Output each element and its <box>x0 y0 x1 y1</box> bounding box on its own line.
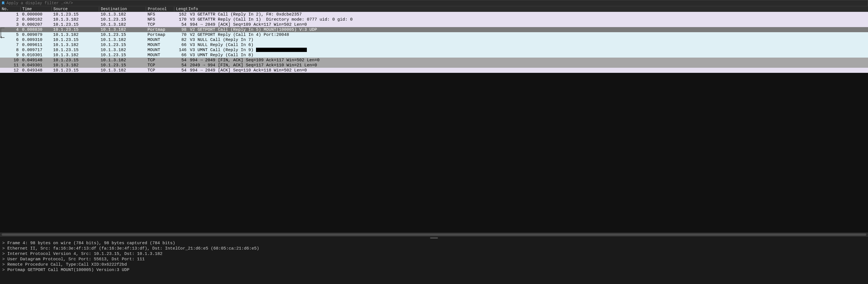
cell-dst: 10.1.3.182 <box>99 38 146 42</box>
display-filter-bar[interactable] <box>0 0 868 6</box>
packet-row[interactable]: 120.04934810.1.23.1510.1.3.182TCP54994 →… <box>0 68 868 73</box>
packet-row[interactable]: 40.00883010.1.23.1510.1.3.182Portmap98V2… <box>0 27 868 32</box>
cell-proto: TCP <box>146 63 174 68</box>
pane-splitter[interactable] <box>0 237 868 239</box>
chevron-right-icon[interactable]: > <box>2 257 5 262</box>
packet-row[interactable]: 60.00931010.1.23.1510.1.3.182MOUNT82V3 N… <box>0 37 868 42</box>
splitter-grip-icon <box>430 238 438 239</box>
cell-no: 11 <box>0 63 20 68</box>
chevron-right-icon[interactable]: > <box>2 262 5 267</box>
packet-row[interactable]: 110.04930110.1.3.18210.1.23.15TCP542049 … <box>0 63 868 68</box>
tree-label: Remote Procedure Call, Type:Call XID:0x6… <box>7 262 127 267</box>
chevron-right-icon[interactable]: > <box>2 268 5 273</box>
col-header-no[interactable]: No. <box>0 7 20 11</box>
tree-row[interactable]: >Portmap GETPORT Call MOUNT(100005) Vers… <box>0 268 868 273</box>
tree-row[interactable]: >Ethernet II, Src: fa:16:3e:4f:13:df (fa… <box>0 246 868 251</box>
tree-row[interactable]: >Frame 4: 98 bytes on wire (784 bits), 9… <box>0 241 868 246</box>
packet-list-body[interactable]: 10.00000010.1.23.1510.1.3.182NFS162V3 GE… <box>0 12 868 73</box>
packet-row[interactable]: 20.00018210.1.3.18210.1.23.15NFS170V3 GE… <box>0 17 868 22</box>
cell-time: 0.009079 <box>20 32 52 37</box>
packet-row[interactable]: 100.04914810.1.23.1510.1.3.182TCP54994 →… <box>0 58 868 63</box>
cell-no: 7 <box>0 43 20 47</box>
packet-row[interactable]: 70.00961110.1.3.18210.1.23.15MOUNT66V3 N… <box>0 42 868 47</box>
tree-label: Internet Protocol Version 4, Src: 10.1.2… <box>7 252 162 256</box>
cell-info: 994 → 2049 [ACK] Seq=109 Ack=117 Win=502… <box>188 22 868 27</box>
cell-time: 0.009717 <box>20 48 52 52</box>
cell-time: 0.000207 <box>20 22 52 27</box>
cell-time: 0.049148 <box>20 58 52 63</box>
cell-time: 0.010301 <box>20 53 52 58</box>
packet-row[interactable]: 80.00971710.1.23.1510.1.3.182MOUNT146V3 … <box>0 47 868 52</box>
cell-info: V2 GETPORT Reply (Call In 4) Port:20048 <box>188 32 868 37</box>
cell-len: 82 <box>174 38 188 42</box>
tree-label: Ethernet II, Src: fa:16:3e:4f:13:df (fa:… <box>7 246 259 251</box>
cell-proto: TCP <box>146 22 174 27</box>
cell-dst: 10.1.23.15 <box>99 63 146 68</box>
cell-len: 170 <box>174 17 188 22</box>
cell-dst: 10.1.23.15 <box>99 32 146 37</box>
cell-dst: 10.1.23.15 <box>99 43 146 47</box>
cell-src: 10.1.23.15 <box>52 68 99 73</box>
cell-time: 0.049301 <box>20 63 52 68</box>
packet-details-pane[interactable]: >Frame 4: 98 bytes on wire (784 bits), 9… <box>0 239 868 284</box>
tree-label: Frame 4: 98 bytes on wire (784 bits), 98… <box>7 241 175 246</box>
packet-list-header[interactable]: No. Time Source Destination Protocol Len… <box>0 6 868 12</box>
tree-row[interactable]: >Remote Procedure Call, Type:Call XID:0x… <box>0 262 868 268</box>
cell-src: 10.1.23.15 <box>52 22 99 27</box>
cell-info: V3 NULL Call (Reply In 7) <box>188 38 868 42</box>
col-header-time[interactable]: Time <box>20 7 52 11</box>
cell-proto: MOUNT <box>146 53 174 58</box>
cell-src: 10.1.3.182 <box>52 63 99 68</box>
cell-info: 2049 → 994 [FIN, ACK] Seq=117 Ack=110 Wi… <box>188 63 868 68</box>
wireshark-window: No. Time Source Destination Protocol Len… <box>0 0 868 284</box>
cell-len: 162 <box>174 12 188 17</box>
scrollbar-thumb[interactable] <box>2 234 866 236</box>
display-filter-input[interactable] <box>6 1 867 5</box>
chevron-right-icon[interactable]: > <box>2 252 5 256</box>
cell-dst: 10.1.3.182 <box>99 22 146 27</box>
cell-src: 10.1.3.182 <box>52 32 99 37</box>
cell-dst: 10.1.3.182 <box>99 12 146 17</box>
cell-src: 10.1.23.15 <box>52 27 99 32</box>
cell-proto: NFS <box>146 12 174 17</box>
chevron-right-icon[interactable]: > <box>2 241 5 246</box>
cell-dst: 10.1.3.182 <box>99 68 146 73</box>
cell-src: 10.1.3.182 <box>52 17 99 22</box>
cell-dst: 10.1.3.182 <box>99 58 146 63</box>
tree-row[interactable]: >User Datagram Protocol, Src Port: 55613… <box>0 257 868 262</box>
cell-len: 98 <box>174 27 188 32</box>
cell-len: 66 <box>174 53 188 58</box>
packet-row[interactable]: 10.00000010.1.23.1510.1.3.182NFS162V3 GE… <box>0 12 868 17</box>
cell-len: 66 <box>174 43 188 47</box>
packet-list-empty-area <box>0 73 868 233</box>
cell-src: 10.1.23.15 <box>52 48 99 52</box>
cell-no: 10 <box>0 58 20 63</box>
cell-no: 12 <box>0 68 20 73</box>
cell-no: 1 <box>0 12 20 17</box>
cell-info: V3 NULL Reply (Call In 6) <box>188 43 868 47</box>
cell-proto: MOUNT <box>146 38 174 42</box>
cell-dst: 10.1.23.15 <box>99 53 146 58</box>
packet-row[interactable]: 50.00907910.1.3.18210.1.23.15Portmap70V2… <box>0 32 868 37</box>
tree-row[interactable]: >Internet Protocol Version 4, Src: 10.1.… <box>0 251 868 257</box>
cell-no: 9 <box>0 53 20 58</box>
col-header-info[interactable]: Info <box>188 7 868 11</box>
cell-dst: 10.1.23.15 <box>99 17 146 22</box>
horizontal-scrollbar[interactable] <box>0 233 868 237</box>
cell-time: 0.008830 <box>20 27 52 32</box>
related-packets-marker <box>1 28 4 38</box>
packet-row[interactable]: 30.00020710.1.23.1510.1.3.182TCP54994 → … <box>0 22 868 27</box>
col-header-protocol[interactable]: Protocol <box>146 7 174 11</box>
chevron-right-icon[interactable]: > <box>2 246 5 251</box>
col-header-source[interactable]: Source <box>52 7 99 11</box>
cell-src: 10.1.3.182 <box>52 43 99 47</box>
cell-len: 54 <box>174 22 188 27</box>
packet-row[interactable]: 90.01030110.1.3.18210.1.23.15MOUNT66V3 U… <box>0 52 868 58</box>
cell-proto: TCP <box>146 68 174 73</box>
cell-no: 8 <box>0 48 20 52</box>
bookmark-icon[interactable] <box>1 1 5 5</box>
cell-info: 994 → 2049 [ACK] Seq=110 Ack=118 Win=502… <box>188 68 868 73</box>
col-header-destination[interactable]: Destination <box>99 7 146 11</box>
col-header-length[interactable]: Length <box>174 7 188 11</box>
cell-dst: 10.1.3.182 <box>99 27 146 32</box>
